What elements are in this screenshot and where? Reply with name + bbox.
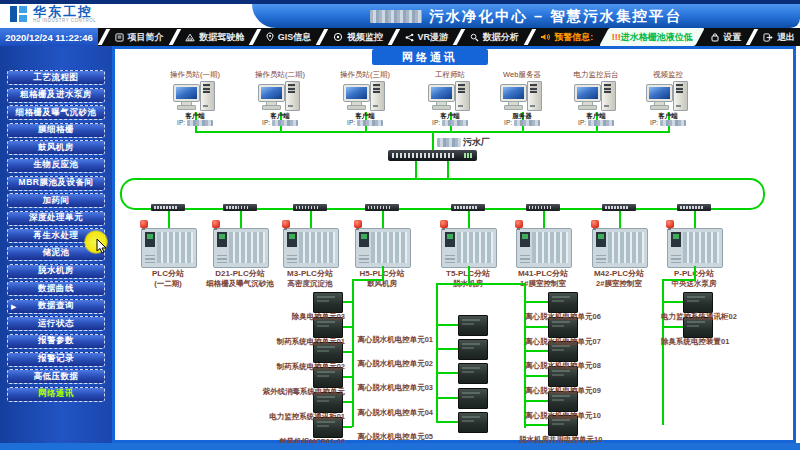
unit-label: 除臭系统电控装置01 <box>661 337 729 347</box>
sidebar-item-process-flow[interactable]: 工艺流程图 <box>7 70 105 85</box>
unit-bus-b <box>436 283 438 423</box>
menu-item-vr-tour[interactable]: VR漫游 <box>400 28 454 46</box>
plc-station <box>283 228 339 268</box>
workstation-name: 操作员站(二期) <box>245 70 315 80</box>
unit-label: 离心脱水机电控单元10 <box>525 411 601 421</box>
redacted-plant-name <box>370 10 422 23</box>
network-line <box>436 283 526 285</box>
network-line <box>662 279 696 281</box>
workstation-name: 电力监控后台 <box>561 70 631 80</box>
sidebar-item-label: 生物反应池 <box>34 159 79 171</box>
workstation-ip: IP: <box>561 119 631 126</box>
fiber-ring-bus <box>120 178 765 210</box>
sidebar-item-network-comm[interactable]: 网络通讯 <box>7 387 105 402</box>
unit-label: 离心脱水机电控单元01 <box>305 335 433 345</box>
unit-label: 离心脱水机电控单元02 <box>305 359 433 369</box>
plc-station <box>213 228 269 268</box>
sidebar-item-dewatering-room[interactable]: 脱水机房 <box>7 264 105 279</box>
network-line <box>382 211 384 228</box>
camera-target-icon <box>333 32 343 42</box>
workstation-ip: IP: <box>160 119 230 126</box>
alert-prefix: !!! <box>612 32 621 42</box>
control-unit <box>458 388 488 409</box>
computer-icon <box>500 81 544 112</box>
sidebar-item-label: 网络通讯 <box>38 388 74 400</box>
sidebar-item-label: 高低压数据 <box>34 371 79 383</box>
page-title: 网络通讯 <box>372 49 488 65</box>
menu-item-project-intro[interactable]: 项目简介 <box>110 28 169 46</box>
sidebar-item-data-query[interactable]: 数据查询 <box>7 299 105 314</box>
workstation-ip: IP: <box>415 119 485 126</box>
alert-text: 进水格栅池液位低 <box>621 32 693 42</box>
plc-station <box>355 228 411 268</box>
network-line <box>436 421 458 423</box>
network-line <box>352 279 384 281</box>
control-unit <box>313 292 343 313</box>
sidebar-item-advanced-treatment[interactable]: 深度处理单元 <box>7 211 105 226</box>
network-line <box>524 424 548 426</box>
ip-label: IP: <box>177 119 185 126</box>
app-title-banner: 污水净化中心 – 智慧污水集控平台 <box>252 4 800 28</box>
menu-separator <box>316 29 328 45</box>
network-line <box>524 301 548 303</box>
map-pin-icon <box>266 32 274 42</box>
menu-separator <box>453 29 465 45</box>
sidebar-item-membrane-screen[interactable]: 膜细格栅 <box>7 123 105 138</box>
exit-icon <box>763 33 773 42</box>
unit-label: 离心脱水机电控单元09 <box>525 386 601 396</box>
sidebar-item-label: 报警记录 <box>38 353 74 365</box>
sidebar-item-label: 储泥池 <box>43 247 70 259</box>
sidebar-item-dosing-room[interactable]: 加药间 <box>7 193 105 208</box>
play-marker-icon <box>11 300 17 313</box>
sidebar-item-coarse-screen[interactable]: 粗格栅及进水泵房 <box>7 88 105 103</box>
plc-station <box>516 228 572 268</box>
sidebar-item-alarm-params[interactable]: 报警参数 <box>7 334 105 349</box>
menu-item-video-monitor[interactable]: 视频监控 <box>328 28 388 46</box>
menu-item-settings[interactable]: 设置 <box>706 28 746 46</box>
workstation-engineer: 工程师站 客户端 IP: <box>415 70 485 126</box>
control-unit <box>458 339 488 360</box>
menu-item-data-cockpit[interactable]: 数据驾驶舱 <box>180 28 249 46</box>
menu-item-exit[interactable]: 退出 <box>758 28 800 46</box>
network-line <box>524 326 548 328</box>
computer-icon <box>574 81 618 112</box>
network-line <box>310 211 312 228</box>
unit-label: 电力监控系统通讯柜02 <box>661 312 737 322</box>
sidebar-item-blower-room[interactable]: 鼓风机房 <box>7 140 105 155</box>
network-line <box>524 400 548 402</box>
sidebar-item-fine-screen[interactable]: 细格栅及曝气沉砂池 <box>7 105 105 120</box>
network-line <box>436 348 458 350</box>
workstation-role: 服务器 <box>487 112 557 119</box>
network-line <box>694 266 696 279</box>
sidebar-item-alarm-records[interactable]: 报警记录 <box>7 352 105 367</box>
sidebar-item-run-status[interactable]: 运行状态 <box>7 316 105 331</box>
menu-item-label: 数据分析 <box>483 31 519 44</box>
menu-item-gis-info[interactable]: GIS信息 <box>261 28 317 46</box>
menu-item-label: 项目简介 <box>128 31 164 44</box>
network-line <box>168 211 170 228</box>
company-logo: 华东工控 HD INDUSTRY CONTROL <box>10 5 96 23</box>
computer-icon <box>343 81 387 112</box>
redacted-ip <box>272 120 298 126</box>
sidebar-item-bio-reactor[interactable]: 生物反应池 <box>7 158 105 173</box>
datetime-display: 2020/12/24 11:22:46 <box>0 28 98 46</box>
ring-switch <box>602 204 636 211</box>
workstation-role: 客户端 <box>330 112 400 119</box>
menu-item-label: VR漫游 <box>418 31 449 44</box>
menu-item-alarm-info[interactable]: 预警信息: <box>535 28 598 46</box>
exit-label: 退出 <box>777 31 795 44</box>
menu-item-data-analysis[interactable]: 数据分析 <box>465 28 524 46</box>
workstation-name: 视频监控 <box>633 70 703 80</box>
sidebar-item-mbr[interactable]: MBR膜池及设备间 <box>7 176 105 191</box>
workstation-role: 客户端 <box>561 112 631 119</box>
unit-label: 离心脱水机电控单元03 <box>305 383 433 393</box>
workstation-role: 客户端 <box>160 112 230 119</box>
sidebar-item-label: 数据查询 <box>38 300 74 312</box>
sidebar-item-data-curve[interactable]: 数据曲线 <box>7 281 105 296</box>
sidebar-item-label: 报警参数 <box>38 335 74 347</box>
control-unit <box>683 292 713 313</box>
alarm-beacon-icon <box>282 220 290 228</box>
sidebar-item-hv-lv-data[interactable]: 高低压数据 <box>7 369 105 384</box>
network-line <box>382 266 384 279</box>
menu-separator <box>523 29 535 45</box>
